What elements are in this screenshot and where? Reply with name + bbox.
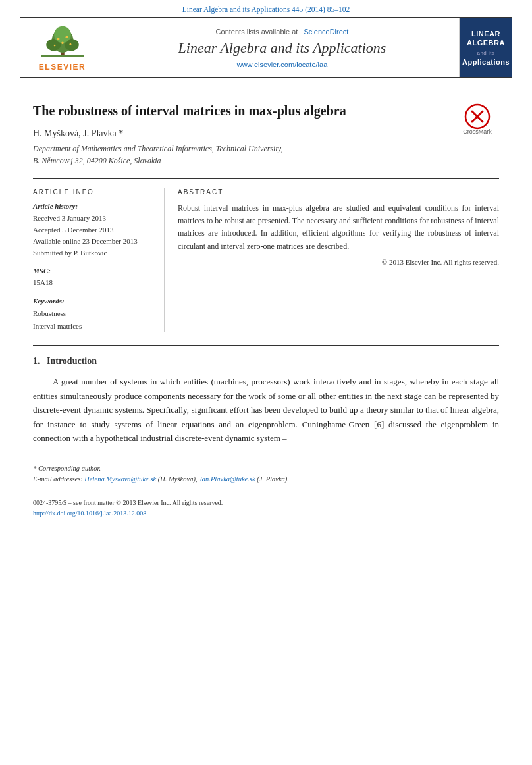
article-history-text: Received 3 January 2013 Accepted 5 Decem… [33,213,153,259]
section-number: 1. [33,356,40,366]
abstract-header: ABSTRACT [178,188,499,196]
header-banner: ELSEVIER Contents lists available at Sci… [20,17,512,78]
abstract-column: ABSTRACT Robust interval matrices in max… [178,188,499,332]
keywords-section: Keywords: Robustness Interval matrices [33,297,153,332]
introduction-paragraph: A great number of systems in which entit… [33,375,499,445]
corresponding-author-note: * Corresponding author. [33,463,499,475]
article-info-column: ARTICLE INFO Article history: Received 3… [33,188,165,332]
svg-point-6 [57,38,59,40]
sciencedirect-line: Contents lists available at ScienceDirec… [216,28,349,36]
svg-point-9 [53,45,55,47]
email-link-1[interactable]: Helena.Myskova@tuke.sk [84,475,156,483]
keyword-interval-matrices: Interval matrices [33,320,153,332]
journal-url: www.elsevier.com/locate/laa [237,61,328,68]
email-label: E-mail addresses: [33,475,84,483]
available-online-date: Available online 23 December 2013 [33,236,153,248]
email-link-2[interactable]: Jan.Plavka@tuke.sk [199,475,255,483]
doi-text: http://dx.doi.org/10.1016/j.laa.2013.12.… [33,508,499,519]
keyword-robustness: Robustness [33,307,153,320]
article-info-header: ARTICLE INFO [33,188,153,196]
journal-title-banner: Linear Algebra and its Applications [178,40,386,57]
issn-value: 0024-3795/$ – see front matter © 2013 El… [33,499,223,506]
article-title: The robustness of interval matrices in m… [33,102,446,119]
received-date: Received 3 January 2013 [33,213,153,224]
svg-rect-0 [41,55,83,57]
article-history-heading: Article history: [33,202,153,210]
elsevier-label: ELSEVIER [39,63,86,72]
abstract-copyright: © 2013 Elsevier Inc. All rights reserved… [178,258,499,266]
email-author-2: (J. Plavka). [257,475,289,483]
footer-notes: * Corresponding author. E-mail addresses… [33,458,499,486]
msc-section: MSC: 15A18 [33,267,153,289]
contents-text: Contents lists available at [216,28,298,36]
crossmark-badge: CrossMark [456,102,499,138]
copyright-bar: 0024-3795/$ – see front matter © 2013 El… [33,492,499,519]
affiliation: Department of Mathematics and Theoretica… [33,143,499,167]
keywords-heading: Keywords: [33,297,153,305]
journal-reference-text: Linear Algebra and its Applications 445 … [182,5,350,13]
badge-title: LINEARALGEBRA and its Applications [462,29,510,66]
journal-reference-bar: Linear Algebra and its Applications 445 … [0,0,532,17]
abstract-text: Robust interval matrices in max-plus alg… [178,202,499,253]
svg-point-8 [61,42,64,45]
affiliation-line1: Department of Mathematics and Theoretica… [33,144,282,153]
main-content: The robustness of interval matrices in m… [0,78,532,532]
svg-text:CrossMark: CrossMark [463,128,492,135]
section-divider [33,345,499,346]
msc-heading: MSC: [33,267,153,275]
section-heading: Introduction [47,356,97,366]
accepted-date: Accepted 5 December 2013 [33,224,153,236]
msc-value: 15A18 [33,277,153,289]
header-center: Contents lists available at ScienceDirec… [105,18,460,77]
crossmark-icon: CrossMark [460,102,496,138]
svg-point-10 [69,43,71,45]
issn-text: 0024-3795/$ – see front matter © 2013 El… [33,498,499,508]
submitted-by: Submitted by P. Butkovic [33,248,153,259]
elsevier-logo: ELSEVIER [20,18,105,77]
svg-point-7 [65,36,68,38]
svg-point-5 [54,26,71,43]
authors: H. Myšková, J. Plavka * [33,128,499,139]
affiliation-line2: B. Němcovej 32, 04200 Košice, Slovakia [33,156,161,165]
sciencedirect-link[interactable]: ScienceDirect [304,28,349,36]
journal-badge: LINEARALGEBRA and its Applications [460,18,512,77]
email-author-1: (H. Myšková), [158,475,199,483]
section-title: 1. Introduction [33,356,499,367]
elsevier-tree-svg [40,24,86,60]
two-column-section: ARTICLE INFO Article history: Received 3… [33,178,499,332]
email-footnote: E-mail addresses: Helena.Myskova@tuke.sk… [33,474,499,485]
corresponding-author-text: * Corresponding author. [33,465,101,472]
doi-link[interactable]: http://dx.doi.org/10.1016/j.laa.2013.12.… [33,510,146,517]
